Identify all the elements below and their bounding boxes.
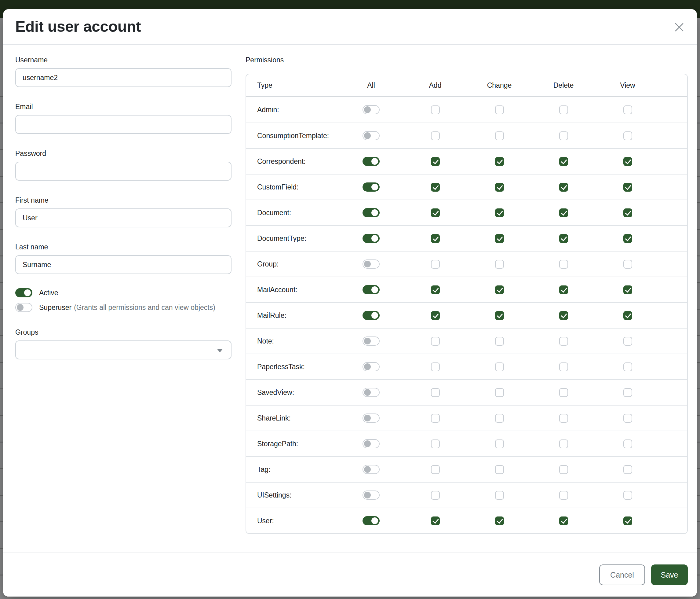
- perm-change-checkbox[interactable]: [495, 465, 504, 474]
- perm-all-switch[interactable]: [362, 260, 380, 269]
- perm-add-checkbox[interactable]: [431, 439, 440, 448]
- perm-add-checkbox[interactable]: [431, 131, 440, 140]
- perm-all-switch[interactable]: [362, 157, 380, 166]
- perm-all-switch[interactable]: [362, 490, 380, 500]
- column-header-all: All: [339, 81, 403, 90]
- perm-delete-checkbox[interactable]: [559, 234, 568, 243]
- perm-delete-checkbox[interactable]: [559, 209, 568, 217]
- perm-view-checkbox[interactable]: [623, 439, 632, 448]
- perm-delete-checkbox[interactable]: [559, 260, 568, 269]
- perm-all-switch[interactable]: [362, 516, 380, 525]
- perm-all-switch[interactable]: [362, 183, 380, 192]
- perm-add-checkbox[interactable]: [431, 311, 440, 320]
- permissions-table: Type All Add Change Delete View Admin:: [246, 74, 688, 534]
- perm-view-checkbox[interactable]: [623, 362, 632, 371]
- perm-change-checkbox[interactable]: [495, 157, 504, 166]
- perm-change-checkbox[interactable]: [495, 311, 504, 320]
- perm-change-checkbox[interactable]: [495, 491, 504, 500]
- perm-change-checkbox[interactable]: [495, 362, 504, 371]
- perm-all-switch[interactable]: [362, 208, 380, 217]
- perm-delete-checkbox[interactable]: [559, 414, 568, 423]
- perm-change-checkbox[interactable]: [495, 105, 504, 114]
- perm-change-checkbox[interactable]: [495, 131, 504, 140]
- perm-add-checkbox[interactable]: [431, 414, 440, 423]
- perm-add-checkbox[interactable]: [431, 285, 440, 294]
- perm-all-switch[interactable]: [362, 465, 380, 474]
- perm-delete-checkbox[interactable]: [559, 183, 568, 192]
- table-row: ConsumptionTemplate:: [246, 123, 687, 148]
- perm-change-checkbox[interactable]: [495, 517, 504, 525]
- perm-change-checkbox[interactable]: [495, 285, 504, 294]
- perm-change-checkbox[interactable]: [495, 388, 504, 397]
- perm-all-switch[interactable]: [362, 131, 380, 140]
- perm-add-checkbox[interactable]: [431, 337, 440, 346]
- perm-delete-checkbox[interactable]: [559, 131, 568, 140]
- perm-view-checkbox[interactable]: [623, 157, 632, 166]
- perm-add-checkbox[interactable]: [431, 260, 440, 269]
- perm-change-checkbox[interactable]: [495, 414, 504, 423]
- perm-add-checkbox[interactable]: [431, 234, 440, 243]
- perm-change-checkbox[interactable]: [495, 337, 504, 346]
- first-name-input[interactable]: [15, 209, 231, 227]
- perm-add-checkbox[interactable]: [431, 491, 440, 500]
- perm-all-switch[interactable]: [362, 234, 380, 243]
- perm-all-switch[interactable]: [362, 362, 380, 371]
- perm-view-checkbox[interactable]: [623, 311, 632, 320]
- perm-all-switch[interactable]: [362, 105, 380, 114]
- active-toggle[interactable]: [15, 288, 32, 297]
- superuser-toggle[interactable]: [15, 303, 32, 312]
- perm-view-checkbox[interactable]: [623, 209, 632, 217]
- perm-add-checkbox[interactable]: [431, 388, 440, 397]
- perm-add-checkbox[interactable]: [431, 465, 440, 474]
- perm-add-checkbox[interactable]: [431, 362, 440, 371]
- groups-select[interactable]: [15, 340, 231, 359]
- perm-delete-checkbox[interactable]: [559, 157, 568, 166]
- perm-view-checkbox[interactable]: [623, 517, 632, 525]
- perm-change-checkbox[interactable]: [495, 209, 504, 217]
- perm-view-checkbox[interactable]: [623, 388, 632, 397]
- perm-view-checkbox[interactable]: [623, 465, 632, 474]
- perm-add-checkbox[interactable]: [431, 105, 440, 114]
- password-input[interactable]: [15, 162, 231, 181]
- perm-delete-checkbox[interactable]: [559, 517, 568, 525]
- perm-type-label: ShareLink:: [246, 414, 339, 422]
- perm-change-checkbox[interactable]: [495, 183, 504, 192]
- perm-view-checkbox[interactable]: [623, 414, 632, 423]
- perm-add-checkbox[interactable]: [431, 209, 440, 217]
- perm-delete-checkbox[interactable]: [559, 465, 568, 474]
- username-input[interactable]: [15, 68, 231, 87]
- perm-all-switch[interactable]: [362, 388, 380, 397]
- perm-delete-checkbox[interactable]: [559, 362, 568, 371]
- perm-view-checkbox[interactable]: [623, 131, 632, 140]
- perm-view-checkbox[interactable]: [623, 234, 632, 243]
- perm-all-switch[interactable]: [362, 285, 380, 294]
- perm-all-switch[interactable]: [362, 311, 380, 320]
- perm-all-switch[interactable]: [362, 336, 380, 346]
- close-button[interactable]: [671, 20, 687, 35]
- cancel-button[interactable]: Cancel: [599, 565, 645, 585]
- perm-delete-checkbox[interactable]: [559, 439, 568, 448]
- save-button[interactable]: Save: [651, 565, 688, 585]
- perm-view-checkbox[interactable]: [623, 337, 632, 346]
- perm-view-checkbox[interactable]: [623, 105, 632, 114]
- perm-view-checkbox[interactable]: [623, 285, 632, 294]
- perm-view-checkbox[interactable]: [623, 491, 632, 500]
- perm-view-checkbox[interactable]: [623, 183, 632, 192]
- perm-delete-checkbox[interactable]: [559, 311, 568, 320]
- perm-delete-checkbox[interactable]: [559, 388, 568, 397]
- perm-all-switch[interactable]: [362, 439, 380, 448]
- perm-all-switch[interactable]: [362, 413, 380, 423]
- perm-view-checkbox[interactable]: [623, 260, 632, 269]
- email-input[interactable]: [15, 115, 231, 134]
- perm-delete-checkbox[interactable]: [559, 285, 568, 294]
- perm-change-checkbox[interactable]: [495, 439, 504, 448]
- perm-change-checkbox[interactable]: [495, 260, 504, 269]
- last-name-input[interactable]: [15, 255, 231, 274]
- perm-add-checkbox[interactable]: [431, 157, 440, 166]
- perm-delete-checkbox[interactable]: [559, 337, 568, 346]
- perm-delete-checkbox[interactable]: [559, 491, 568, 500]
- perm-change-checkbox[interactable]: [495, 234, 504, 243]
- perm-add-checkbox[interactable]: [431, 517, 440, 525]
- perm-add-checkbox[interactable]: [431, 183, 440, 192]
- perm-delete-checkbox[interactable]: [559, 105, 568, 114]
